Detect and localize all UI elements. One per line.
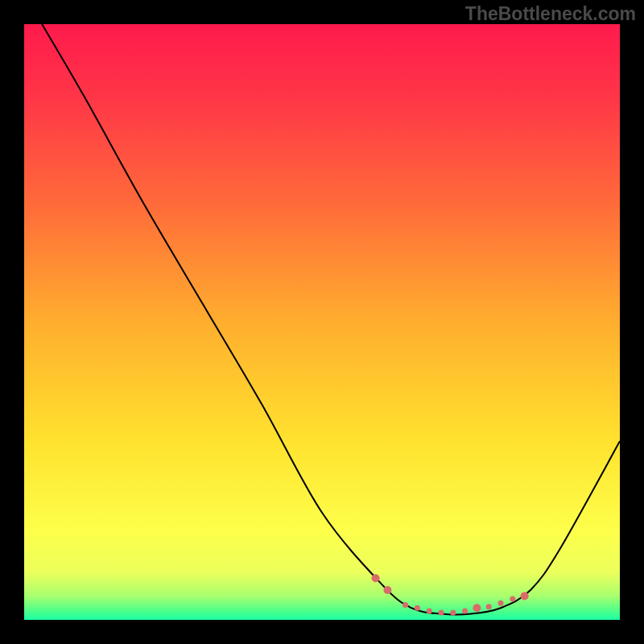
- marker-dot: [486, 604, 492, 609]
- marker-dot: [521, 592, 529, 600]
- marker-dot: [402, 602, 408, 608]
- plot-area: [24, 24, 620, 620]
- marker-dot: [510, 597, 515, 602]
- marker-dot: [383, 586, 391, 594]
- attribution-text: TheBottleneck.com: [465, 3, 636, 25]
- chart-svg: [24, 24, 620, 620]
- marker-dot: [498, 601, 504, 606]
- marker-dot: [415, 605, 420, 611]
- marker-dot: [439, 610, 444, 616]
- chart-container: TheBottleneck.com: [0, 0, 644, 644]
- marker-dot: [462, 608, 468, 613]
- marker-dot: [427, 608, 432, 613]
- marker-dot: [372, 574, 380, 582]
- gradient-background: [24, 24, 620, 620]
- marker-dot: [473, 604, 481, 612]
- marker-dot: [450, 610, 456, 616]
